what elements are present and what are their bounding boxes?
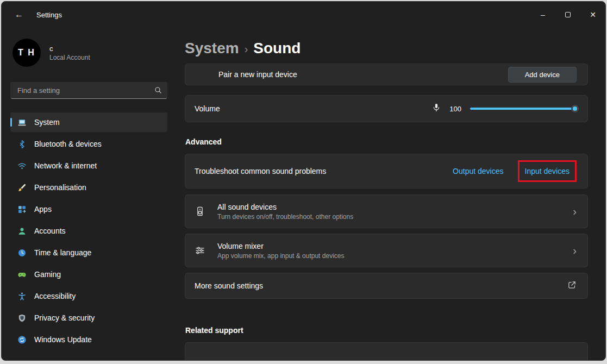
main-content: System › Sound Pair a new input device A… <box>176 28 605 361</box>
selected-indicator <box>10 118 12 127</box>
sidebar: T H c Local Account System <box>2 28 176 361</box>
sidebar-nav: System Bluetooth & devices Network & int… <box>10 112 167 349</box>
sidebar-item-label: Privacy & security <box>34 313 95 322</box>
speaker-device-icon <box>195 206 217 217</box>
search-icon <box>154 86 162 97</box>
game-controller-icon <box>17 269 27 279</box>
sidebar-item-label: System <box>34 118 60 127</box>
slider-track <box>470 108 577 110</box>
search-box <box>10 82 167 99</box>
related-support-row[interactable] <box>185 342 588 361</box>
sidebar-item-label: Gaming <box>34 270 61 279</box>
sidebar-item-windows-update[interactable]: Windows Update <box>10 330 167 349</box>
maximize-button[interactable] <box>555 2 580 28</box>
chevron-right-icon: › <box>573 206 577 217</box>
all-sound-devices-subtitle: Turn devices on/off, troubleshoot, other… <box>217 213 353 221</box>
sidebar-item-privacy-security[interactable]: Privacy & security <box>10 308 167 328</box>
paintbrush-icon <box>17 183 27 192</box>
breadcrumb: System › Sound <box>185 37 588 59</box>
section-header-advanced: Advanced <box>185 137 588 146</box>
back-button[interactable]: ← <box>12 10 26 20</box>
more-sound-settings-row[interactable]: More sound settings <box>185 273 588 299</box>
volume-mixer-row[interactable]: Volume mixer App volume mix, app input &… <box>185 234 588 267</box>
volume-value: 100 <box>448 105 461 113</box>
person-icon <box>17 226 27 236</box>
minimize-button[interactable]: – <box>530 2 555 28</box>
slider-fill <box>470 108 577 110</box>
all-sound-devices-row[interactable]: All sound devices Turn devices on/off, t… <box>185 194 588 228</box>
volume-row: Volume 100 <box>185 95 588 122</box>
input-devices-highlight-box: Input devices <box>518 160 577 182</box>
sidebar-item-label: Accounts <box>34 227 66 235</box>
add-device-button[interactable]: Add device <box>508 67 577 83</box>
sidebar-item-accessibility[interactable]: Accessibility <box>10 286 167 306</box>
avatar: T H <box>12 39 41 67</box>
microphone-icon <box>431 103 441 115</box>
input-devices-link[interactable]: Input devices <box>525 167 570 175</box>
settings-window: ← Settings – ✕ T H c Local Account <box>1 1 606 361</box>
sidebar-item-label: Accessibility <box>34 292 76 300</box>
close-button[interactable]: ✕ <box>580 2 605 28</box>
volume-mixer-subtitle: App volume mix, app input & output devic… <box>217 252 344 260</box>
page-title: Sound <box>253 40 301 57</box>
troubleshoot-row: Troubleshoot common sound problems Outpu… <box>185 154 588 189</box>
system-icon <box>17 117 27 127</box>
sidebar-item-apps[interactable]: Apps <box>10 199 167 219</box>
settings-scroll-area[interactable]: Pair a new input device Add device Volum… <box>185 64 588 361</box>
volume-slider[interactable] <box>470 103 577 115</box>
sidebar-item-label: Apps <box>34 205 52 214</box>
shield-icon <box>17 313 27 323</box>
troubleshoot-label: Troubleshoot common sound problems <box>195 167 326 175</box>
user-name: c <box>49 44 90 53</box>
titlebar: ← Settings – ✕ <box>2 2 605 28</box>
sidebar-item-accounts[interactable]: Accounts <box>10 221 167 241</box>
update-refresh-icon <box>17 335 27 344</box>
search-input[interactable] <box>10 82 167 99</box>
user-account-block[interactable]: T H c Local Account <box>12 39 167 67</box>
sidebar-item-label: Time & language <box>34 248 91 257</box>
bluetooth-icon <box>17 139 27 149</box>
window-title: Settings <box>36 11 62 19</box>
all-sound-devices-title: All sound devices <box>217 203 353 211</box>
output-devices-link[interactable]: Output devices <box>453 167 503 175</box>
volume-label: Volume <box>195 104 220 113</box>
sidebar-item-label: Personalisation <box>34 183 86 192</box>
sidebar-item-system[interactable]: System <box>10 112 167 132</box>
sidebar-item-network-internet[interactable]: Network & internet <box>10 156 167 175</box>
sidebar-item-label: Network & internet <box>34 161 97 170</box>
breadcrumb-system[interactable]: System <box>185 40 239 57</box>
external-link-icon <box>567 280 577 292</box>
section-header-related-support: Related support <box>185 326 588 335</box>
pair-input-device-row: Pair a new input device Add device <box>185 64 588 85</box>
volume-mixer-title: Volume mixer <box>217 242 344 250</box>
clock-icon <box>17 248 27 258</box>
sidebar-item-bluetooth-devices[interactable]: Bluetooth & devices <box>10 134 167 154</box>
volume-mixer-icon <box>195 245 217 256</box>
more-sound-settings-label: More sound settings <box>195 281 263 290</box>
sidebar-item-label: Windows Update <box>34 335 92 344</box>
sidebar-item-time-language[interactable]: Time & language <box>10 243 167 262</box>
sidebar-item-personalisation[interactable]: Personalisation <box>10 178 167 197</box>
volume-slider-thumb[interactable] <box>571 105 579 112</box>
chevron-right-icon: › <box>573 245 577 256</box>
account-type-label: Local Account <box>49 53 90 62</box>
pair-device-label: Pair a new input device <box>195 70 297 79</box>
wifi-icon <box>17 161 27 171</box>
breadcrumb-separator-icon: › <box>245 42 248 55</box>
sidebar-item-gaming[interactable]: Gaming <box>10 265 167 284</box>
maximize-icon <box>565 12 571 17</box>
sidebar-item-label: Bluetooth & devices <box>34 140 102 148</box>
accessibility-person-icon <box>17 291 27 301</box>
apps-grid-icon <box>17 204 27 214</box>
